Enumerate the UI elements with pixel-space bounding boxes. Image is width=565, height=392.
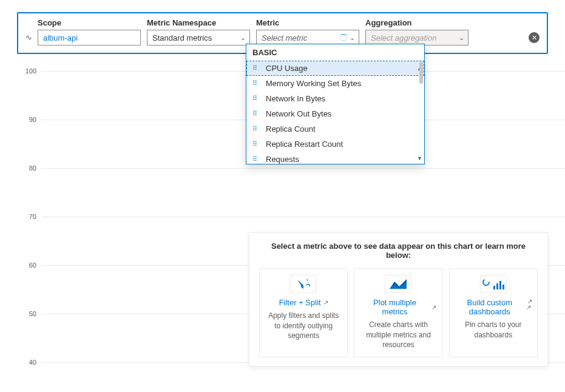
dropdown-item-label: Memory Working Set Bytes xyxy=(266,79,361,88)
dropdown-item-label: Network In Bytes xyxy=(266,94,325,103)
y-axis-tick: 100 xyxy=(17,67,36,75)
remove-metric-button[interactable]: ✕ xyxy=(529,32,540,43)
y-axis-tick: 60 xyxy=(17,262,36,269)
metric-icon: ⠿ xyxy=(252,95,261,103)
dropdown-item-label: Replica Restart Count xyxy=(266,140,343,149)
namespace-select[interactable]: Standard metrics ⌄ xyxy=(147,30,250,46)
help-title: Select a metric above to see data appear… xyxy=(259,242,538,260)
scope-input[interactable] xyxy=(38,30,141,46)
dropdown-item-label: Network Out Bytes xyxy=(266,109,331,118)
dropdown-item-label: Requests xyxy=(266,155,299,164)
svg-rect-4 xyxy=(493,286,495,289)
help-tile-link[interactable]: Build custom dashboards ↗ xyxy=(456,298,531,316)
metric-dropdown: BASIC ▲ ▼ ⠿CPU Usage⠿Memory Working Set … xyxy=(246,44,425,164)
namespace-label: Metric Namespace xyxy=(147,18,250,27)
y-axis-tick: 90 xyxy=(17,116,36,123)
aggregation-placeholder: Select aggregation xyxy=(371,33,436,42)
scope-field: Scope xyxy=(38,18,141,46)
dropdown-item[interactable]: ⠿CPU Usage xyxy=(246,61,424,76)
dropdown-section-header: BASIC xyxy=(246,44,424,61)
dropdown-item[interactable]: ⠿Network In Bytes xyxy=(246,91,424,106)
external-link-icon: ↗ xyxy=(431,304,436,311)
loading-spinner-icon xyxy=(340,34,347,41)
svg-rect-5 xyxy=(496,283,498,289)
y-axis-tick: 80 xyxy=(17,164,36,172)
help-tile[interactable]: Plot multiple metrics ↗Create charts wit… xyxy=(354,268,442,357)
dropdown-item[interactable]: ⠿Requests xyxy=(246,152,424,164)
help-tile-link[interactable]: Filter + Split ↗ xyxy=(279,298,328,307)
metric-series-icon: ∿ xyxy=(25,33,32,42)
metric-icon: ⠿ xyxy=(252,140,261,148)
svg-rect-7 xyxy=(502,285,504,289)
help-tile-desc: Pin charts to your dashboards xyxy=(456,320,531,339)
help-tile[interactable]: +Filter + Split ↗Apply filters and split… xyxy=(259,268,348,357)
dashboard-icon xyxy=(480,275,507,293)
svg-point-3 xyxy=(483,279,489,285)
external-link-icon: ↗ xyxy=(323,299,328,306)
dropdown-item[interactable]: ⠿Replica Restart Count xyxy=(246,137,424,152)
dropdown-list[interactable]: ▲ ▼ ⠿CPU Usage⠿Memory Working Set Bytes⠿… xyxy=(246,61,424,164)
help-tile[interactable]: Build custom dashboards ↗Pin charts to y… xyxy=(449,268,538,357)
filter-icon: + xyxy=(290,275,317,293)
metric-icon: ⠿ xyxy=(252,125,261,133)
chevron-down-icon: ⌄ xyxy=(459,34,464,42)
y-axis-tick: 70 xyxy=(17,213,36,220)
aggregation-label: Aggregation xyxy=(365,18,469,27)
metric-icon: ⠿ xyxy=(252,110,261,118)
gridline xyxy=(41,168,565,169)
help-tile-desc: Apply filters and splits to identify out… xyxy=(266,311,341,340)
multichart-icon xyxy=(385,275,411,293)
dropdown-item[interactable]: ⠿Network Out Bytes xyxy=(246,106,424,121)
external-link-icon: ↗ xyxy=(526,304,531,311)
dropdown-item-label: CPU Usage xyxy=(266,64,308,73)
gridline xyxy=(41,217,565,217)
help-panel: Select a metric above to see data appear… xyxy=(249,232,548,367)
svg-rect-6 xyxy=(499,281,501,289)
y-axis-tick: 50 xyxy=(17,310,36,317)
y-axis-tick: 40 xyxy=(17,359,36,366)
metric-placeholder: Select metric xyxy=(262,33,307,42)
help-tile-link[interactable]: Plot multiple metrics ↗ xyxy=(360,298,436,316)
dropdown-item-label: Replica Count xyxy=(266,124,316,133)
help-tile-desc: Create charts with multiple metrics and … xyxy=(360,320,436,350)
metric-icon: ⠿ xyxy=(252,64,261,72)
scroll-down-icon[interactable]: ▼ xyxy=(417,155,422,161)
namespace-field: Metric Namespace Standard metrics ⌄ xyxy=(147,18,250,46)
dropdown-item[interactable]: ⠿Replica Count xyxy=(246,121,424,137)
dropdown-item[interactable]: ⠿Memory Working Set Bytes xyxy=(246,76,424,91)
scope-label: Scope xyxy=(38,18,141,27)
chevron-down-icon: ⌄ xyxy=(350,34,355,42)
help-tiles-row: +Filter + Split ↗Apply filters and split… xyxy=(259,268,538,357)
external-link-icon: ↗ xyxy=(527,298,532,305)
namespace-value: Standard metrics xyxy=(152,33,212,42)
metric-icon: ⠿ xyxy=(252,155,261,163)
scrollbar-thumb[interactable] xyxy=(419,62,423,84)
metric-field: Metric Select metric ⌄ xyxy=(256,18,359,46)
chevron-down-icon: ⌄ xyxy=(240,34,246,42)
svg-text:+: + xyxy=(306,278,309,283)
aggregation-field: Aggregation Select aggregation ⌄ xyxy=(365,18,469,46)
metric-label: Metric xyxy=(256,18,359,27)
metric-icon: ⠿ xyxy=(252,79,261,87)
